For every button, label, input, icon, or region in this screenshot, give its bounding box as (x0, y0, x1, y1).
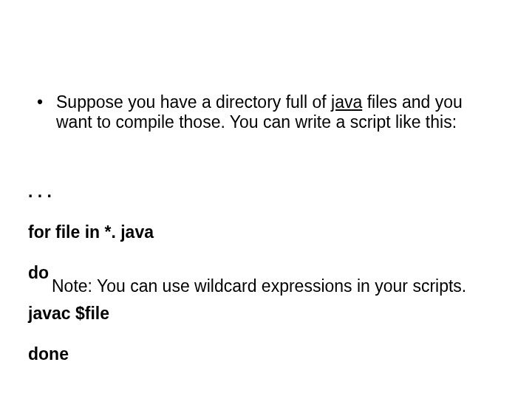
slide: Suppose you have a directory full of jav… (0, 0, 532, 399)
bullet-item: Suppose you have a directory full of jav… (28, 92, 502, 132)
content-area: Suppose you have a directory full of jav… (28, 92, 502, 132)
bullet-list: Suppose you have a directory full of jav… (28, 92, 502, 132)
note-text: Note: You can use wildcard expressions i… (52, 276, 466, 297)
code-line-4: javac $file (28, 304, 154, 324)
code-line-1: . . . (28, 182, 154, 202)
bullet-text-underlined: java (331, 92, 362, 112)
bullet-text-pre: Suppose you have a directory full of (56, 92, 331, 112)
code-block: . . . for file in *. java do javac $file… (28, 161, 154, 386)
code-line-5: done (28, 344, 154, 365)
code-line-2: for file in *. java (28, 222, 154, 243)
